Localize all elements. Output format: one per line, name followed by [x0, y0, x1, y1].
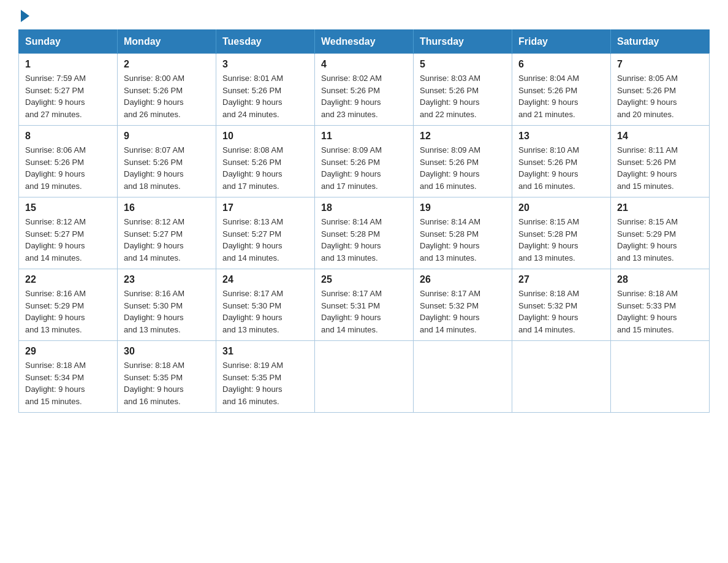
calendar-cell — [611, 341, 710, 413]
day-number: 31 — [222, 346, 308, 357]
calendar-week-row: 15Sunrise: 8:12 AMSunset: 5:27 PMDayligh… — [19, 197, 710, 269]
day-info: Sunrise: 8:17 AMSunset: 5:32 PMDaylight:… — [420, 288, 506, 335]
calendar-cell: 20Sunrise: 8:15 AMSunset: 5:28 PMDayligh… — [512, 197, 611, 269]
day-number: 15 — [25, 202, 111, 213]
day-number: 17 — [222, 202, 308, 213]
calendar-cell: 28Sunrise: 8:18 AMSunset: 5:33 PMDayligh… — [611, 269, 710, 341]
day-number: 18 — [321, 202, 407, 213]
day-number: 10 — [222, 131, 308, 142]
day-info: Sunrise: 8:12 AMSunset: 5:27 PMDaylight:… — [25, 216, 111, 264]
calendar-cell: 19Sunrise: 8:14 AMSunset: 5:28 PMDayligh… — [414, 197, 512, 269]
weekday-header-thursday: Thursday — [414, 30, 512, 54]
day-info: Sunrise: 8:18 AMSunset: 5:35 PMDaylight:… — [124, 359, 210, 407]
day-info: Sunrise: 8:16 AMSunset: 5:29 PMDaylight:… — [25, 288, 111, 335]
calendar-cell: 18Sunrise: 8:14 AMSunset: 5:28 PMDayligh… — [315, 197, 414, 269]
calendar-cell: 26Sunrise: 8:17 AMSunset: 5:32 PMDayligh… — [414, 269, 512, 341]
calendar-cell: 6Sunrise: 8:04 AMSunset: 5:26 PMDaylight… — [512, 54, 611, 126]
day-info: Sunrise: 8:15 AMSunset: 5:29 PMDaylight:… — [617, 216, 703, 264]
calendar-week-row: 22Sunrise: 8:16 AMSunset: 5:29 PMDayligh… — [19, 269, 710, 341]
day-info: Sunrise: 8:19 AMSunset: 5:35 PMDaylight:… — [222, 359, 308, 407]
calendar-cell — [512, 341, 611, 413]
calendar-week-row: 1Sunrise: 7:59 AMSunset: 5:27 PMDaylight… — [19, 54, 710, 126]
calendar-header-row: SundayMondayTuesdayWednesdayThursdayFrid… — [19, 30, 710, 54]
day-number: 13 — [518, 131, 604, 142]
day-number: 4 — [321, 59, 407, 70]
calendar-cell: 29Sunrise: 8:18 AMSunset: 5:34 PMDayligh… — [19, 341, 118, 413]
calendar-cell — [315, 341, 414, 413]
calendar-cell: 17Sunrise: 8:13 AMSunset: 5:27 PMDayligh… — [216, 197, 315, 269]
calendar-table: SundayMondayTuesdayWednesdayThursdayFrid… — [18, 29, 710, 413]
calendar-cell: 11Sunrise: 8:09 AMSunset: 5:26 PMDayligh… — [315, 126, 414, 197]
day-info: Sunrise: 8:11 AMSunset: 5:26 PMDaylight:… — [617, 144, 703, 192]
weekday-header-sunday: Sunday — [19, 30, 118, 54]
calendar-cell: 12Sunrise: 8:09 AMSunset: 5:26 PMDayligh… — [414, 126, 512, 197]
day-number: 6 — [518, 59, 604, 70]
weekday-header-friday: Friday — [512, 30, 611, 54]
day-number: 7 — [617, 59, 703, 70]
day-info: Sunrise: 8:06 AMSunset: 5:26 PMDaylight:… — [25, 144, 111, 192]
day-info: Sunrise: 8:01 AMSunset: 5:26 PMDaylight:… — [222, 72, 308, 120]
calendar-cell: 16Sunrise: 8:12 AMSunset: 5:27 PMDayligh… — [118, 197, 216, 269]
calendar-cell: 7Sunrise: 8:05 AMSunset: 5:26 PMDaylight… — [611, 54, 710, 126]
calendar-cell: 13Sunrise: 8:10 AMSunset: 5:26 PMDayligh… — [512, 126, 611, 197]
day-number: 5 — [420, 59, 506, 70]
day-info: Sunrise: 8:13 AMSunset: 5:27 PMDaylight:… — [222, 216, 308, 264]
day-number: 24 — [222, 274, 308, 285]
day-info: Sunrise: 8:08 AMSunset: 5:26 PMDaylight:… — [222, 144, 308, 192]
day-info: Sunrise: 8:14 AMSunset: 5:28 PMDaylight:… — [420, 216, 506, 264]
day-number: 28 — [617, 274, 703, 285]
day-number: 14 — [617, 131, 703, 142]
calendar-cell: 14Sunrise: 8:11 AMSunset: 5:26 PMDayligh… — [611, 126, 710, 197]
calendar-cell: 31Sunrise: 8:19 AMSunset: 5:35 PMDayligh… — [216, 341, 315, 413]
calendar-cell: 15Sunrise: 8:12 AMSunset: 5:27 PMDayligh… — [19, 197, 118, 269]
day-number: 21 — [617, 202, 703, 213]
calendar-cell: 1Sunrise: 7:59 AMSunset: 5:27 PMDaylight… — [19, 54, 118, 126]
day-info: Sunrise: 8:17 AMSunset: 5:30 PMDaylight:… — [222, 288, 308, 335]
day-info: Sunrise: 8:17 AMSunset: 5:31 PMDaylight:… — [321, 288, 407, 335]
day-info: Sunrise: 8:10 AMSunset: 5:26 PMDaylight:… — [518, 144, 604, 192]
calendar-cell: 24Sunrise: 8:17 AMSunset: 5:30 PMDayligh… — [216, 269, 315, 341]
day-info: Sunrise: 8:00 AMSunset: 5:26 PMDaylight:… — [124, 72, 210, 120]
calendar-cell: 2Sunrise: 8:00 AMSunset: 5:26 PMDaylight… — [118, 54, 216, 126]
calendar-cell: 3Sunrise: 8:01 AMSunset: 5:26 PMDaylight… — [216, 54, 315, 126]
weekday-header-monday: Monday — [118, 30, 216, 54]
day-info: Sunrise: 8:03 AMSunset: 5:26 PMDaylight:… — [420, 72, 506, 120]
day-number: 22 — [25, 274, 111, 285]
day-info: Sunrise: 8:14 AMSunset: 5:28 PMDaylight:… — [321, 216, 407, 264]
calendar-cell: 27Sunrise: 8:18 AMSunset: 5:32 PMDayligh… — [512, 269, 611, 341]
day-number: 19 — [420, 202, 506, 213]
calendar-cell: 22Sunrise: 8:16 AMSunset: 5:29 PMDayligh… — [19, 269, 118, 341]
calendar-cell: 21Sunrise: 8:15 AMSunset: 5:29 PMDayligh… — [611, 197, 710, 269]
day-number: 23 — [124, 274, 210, 285]
day-number: 3 — [222, 59, 308, 70]
day-number: 27 — [518, 274, 604, 285]
day-info: Sunrise: 8:15 AMSunset: 5:28 PMDaylight:… — [518, 216, 604, 264]
day-info: Sunrise: 8:16 AMSunset: 5:30 PMDaylight:… — [124, 288, 210, 335]
day-number: 1 — [25, 59, 111, 70]
calendar-cell: 5Sunrise: 8:03 AMSunset: 5:26 PMDaylight… — [414, 54, 512, 126]
day-number: 29 — [25, 346, 111, 357]
day-number: 12 — [420, 131, 506, 142]
day-info: Sunrise: 8:04 AMSunset: 5:26 PMDaylight:… — [518, 72, 604, 120]
day-info: Sunrise: 8:05 AMSunset: 5:26 PMDaylight:… — [617, 72, 703, 120]
day-info: Sunrise: 8:18 AMSunset: 5:32 PMDaylight:… — [518, 288, 604, 335]
page-header — [18, 12, 710, 18]
calendar-cell: 25Sunrise: 8:17 AMSunset: 5:31 PMDayligh… — [315, 269, 414, 341]
calendar-cell: 4Sunrise: 8:02 AMSunset: 5:26 PMDaylight… — [315, 54, 414, 126]
calendar-cell: 23Sunrise: 8:16 AMSunset: 5:30 PMDayligh… — [118, 269, 216, 341]
day-info: Sunrise: 8:18 AMSunset: 5:33 PMDaylight:… — [617, 288, 703, 335]
calendar-cell: 10Sunrise: 8:08 AMSunset: 5:26 PMDayligh… — [216, 126, 315, 197]
logo — [18, 12, 29, 18]
calendar-cell: 9Sunrise: 8:07 AMSunset: 5:26 PMDaylight… — [118, 126, 216, 197]
calendar-week-row: 8Sunrise: 8:06 AMSunset: 5:26 PMDaylight… — [19, 126, 710, 197]
day-number: 2 — [124, 59, 210, 70]
day-number: 8 — [25, 131, 111, 142]
day-number: 25 — [321, 274, 407, 285]
calendar-week-row: 29Sunrise: 8:18 AMSunset: 5:34 PMDayligh… — [19, 341, 710, 413]
day-info: Sunrise: 8:09 AMSunset: 5:26 PMDaylight:… — [420, 144, 506, 192]
day-info: Sunrise: 8:09 AMSunset: 5:26 PMDaylight:… — [321, 144, 407, 192]
day-info: Sunrise: 8:18 AMSunset: 5:34 PMDaylight:… — [25, 359, 111, 407]
weekday-header-saturday: Saturday — [611, 30, 710, 54]
weekday-header-wednesday: Wednesday — [315, 30, 414, 54]
calendar-cell: 30Sunrise: 8:18 AMSunset: 5:35 PMDayligh… — [118, 341, 216, 413]
